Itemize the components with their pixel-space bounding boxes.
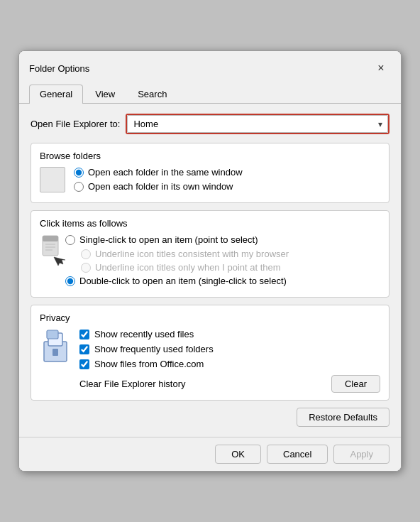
privacy-checkboxes: Show recently used files Show frequently… xyxy=(79,329,380,393)
clear-history-label: Clear File Explorer history xyxy=(79,379,186,389)
restore-defaults-button[interactable]: Restore Defaults xyxy=(297,408,389,427)
dialog-footer: OK Cancel Apply xyxy=(19,437,401,471)
radio-own-window[interactable]: Open each folder in its own window xyxy=(74,181,380,192)
browse-folders-group: Open each folder in the same window Open… xyxy=(40,167,380,195)
click-icon xyxy=(40,234,65,268)
tab-view[interactable]: View xyxy=(84,85,126,104)
tab-search[interactable]: Search xyxy=(127,85,177,104)
clear-button[interactable]: Clear xyxy=(331,375,380,393)
radio-underline-point: Underline icon titles only when I point … xyxy=(81,262,380,273)
privacy-label: Privacy xyxy=(40,312,380,323)
svg-rect-8 xyxy=(52,349,58,356)
privacy-section: Privacy Show recently used files xyxy=(31,305,389,401)
browse-folders-section: Browse folders Open each folder in the s… xyxy=(31,143,389,203)
title-bar: Folder Options × xyxy=(19,51,401,78)
checkbox-recently-used[interactable]: Show recently used files xyxy=(79,329,380,339)
browse-folders-label: Browse folders xyxy=(40,151,380,161)
open-explorer-select[interactable]: Home This PC xyxy=(127,115,388,133)
clear-history-row: Clear File Explorer history Clear xyxy=(79,375,380,393)
apply-button[interactable]: Apply xyxy=(333,445,389,464)
open-explorer-label: Open File Explorer to: xyxy=(31,119,120,129)
tab-bar: General View Search xyxy=(19,78,401,104)
click-items-options: Single-click to open an item (point to s… xyxy=(65,234,380,290)
checkbox-office-com[interactable]: Show files from Office.com xyxy=(79,359,380,369)
open-explorer-select-wrapper: Home This PC xyxy=(126,114,389,134)
tab-content: Open File Explorer to: Home This PC Brow… xyxy=(19,104,401,437)
checkbox-frequently-used[interactable]: Show frequently used folders xyxy=(79,344,380,354)
privacy-group: Show recently used files Show frequently… xyxy=(40,329,380,393)
radio-single-click[interactable]: Single-click to open an item (point to s… xyxy=(65,234,380,245)
cancel-button[interactable]: Cancel xyxy=(267,445,328,464)
click-items-section: Click items as follows Single- xyxy=(31,210,389,298)
browse-folders-icon xyxy=(40,167,65,192)
radio-underline-browser: Underline icon titles consistent with my… xyxy=(81,249,380,259)
browse-folders-options: Open each folder in the same window Open… xyxy=(74,167,380,195)
close-button[interactable]: × xyxy=(371,58,391,78)
open-explorer-row: Open File Explorer to: Home This PC xyxy=(31,114,389,134)
privacy-icon-svg xyxy=(40,329,71,366)
privacy-icon xyxy=(40,329,71,366)
svg-rect-1 xyxy=(43,236,58,241)
dialog-title: Folder Options xyxy=(29,63,89,74)
click-icon-wrapper xyxy=(40,234,65,271)
tab-general[interactable]: General xyxy=(29,85,83,104)
folder-options-dialog: Folder Options × General View Search Ope… xyxy=(18,50,402,472)
restore-row: Restore Defaults xyxy=(31,408,389,427)
radio-same-window[interactable]: Open each folder in the same window xyxy=(74,167,380,178)
ok-button[interactable]: OK xyxy=(215,445,261,464)
radio-double-click[interactable]: Double-click to open an item (single-cli… xyxy=(65,276,380,286)
click-items-label: Click items as follows xyxy=(40,218,380,229)
click-items-group: Single-click to open an item (point to s… xyxy=(40,234,380,290)
svg-rect-7 xyxy=(47,330,58,339)
open-explorer-select-container: Home This PC xyxy=(127,115,388,133)
